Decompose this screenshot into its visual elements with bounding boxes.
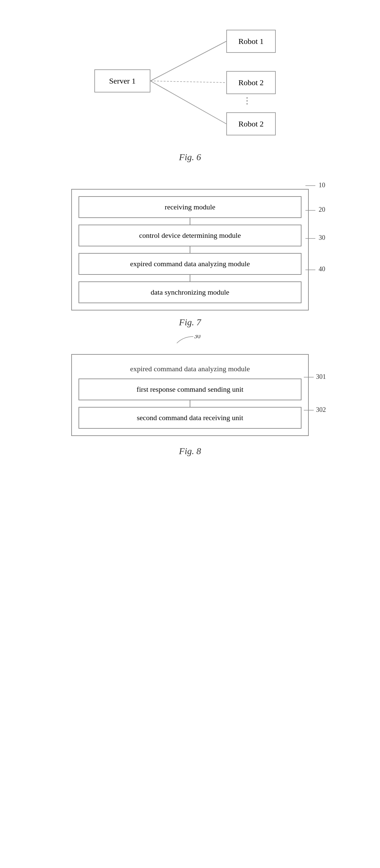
fig8-unit-0: first response command sending unit (78, 378, 302, 400)
svg-line-2 (150, 81, 226, 124)
robot2-box: Robot 2 (226, 71, 276, 94)
fig7-module-2: expired command data analyzing module (78, 253, 302, 275)
fig7-caption: Fig. 7 (179, 317, 201, 328)
fig8-title-text: expired command data analyzing module (78, 361, 302, 378)
fig7-module-3: data synchronizing module (78, 281, 302, 303)
svg-text:20: 20 (319, 206, 325, 213)
svg-text:30: 30 (194, 335, 201, 340)
fig8-bracket-svg: 301 302 (302, 367, 335, 440)
figure-7-section: receiving module control device determin… (41, 182, 339, 328)
fig6-diagram: Server 1 Robot 1 Robot 2 ⋮ Robot 2 (74, 20, 306, 145)
connector-2 (190, 275, 190, 281)
fig7-module-2-text: expired command data analyzing module (130, 259, 250, 268)
robot3-label: Robot 2 (239, 120, 264, 128)
fig7-module-0-text: receiving module (165, 203, 215, 211)
svg-line-1 (150, 81, 226, 83)
fig8-unit-1: second command data receiving unit (78, 407, 302, 429)
svg-text:40: 40 (319, 265, 325, 273)
robot1-label: Robot 1 (239, 37, 264, 46)
robot3-box: Robot 2 (226, 112, 276, 135)
fig7-module-1-text: control device determining module (139, 231, 241, 240)
figure-6-section: Server 1 Robot 1 Robot 2 ⋮ Robot 2 Fig. … (41, 13, 339, 162)
ellipsis: ⋮ (243, 96, 251, 106)
fig8-caption: Fig. 8 (179, 446, 201, 457)
fig8-outer-box: expired command data analyzing module fi… (71, 354, 309, 436)
server-label: Server 1 (109, 76, 136, 86)
connector-0 (190, 218, 190, 225)
fig7-bracket-svg: 10 20 30 40 (302, 182, 335, 301)
fig8-outer-label-svg: 30 (173, 335, 207, 345)
svg-text:10: 10 (319, 182, 325, 189)
connector-1 (190, 246, 190, 253)
fig8-unit-1-text: second command data receiving unit (137, 413, 243, 422)
svg-text:30: 30 (319, 234, 325, 241)
svg-text:301: 301 (316, 373, 326, 380)
fig7-wrapper: receiving module control device determin… (71, 182, 309, 310)
fig8-unit-0-text: first response command sending unit (137, 385, 243, 393)
server-box: Server 1 (94, 69, 150, 92)
connector-fig8-0 (190, 400, 190, 407)
fig7-outer-box: receiving module control device determin… (71, 189, 309, 310)
fig7-module-1: control device determining module (78, 225, 302, 246)
robot1-box: Robot 1 (226, 30, 276, 53)
fig8-wrapper: 30 expired command data analyzing module… (71, 347, 309, 436)
fig6-caption: Fig. 6 (179, 152, 201, 162)
fig7-module-3-text: data synchronizing module (151, 288, 229, 296)
fig8-title-label: expired command data analyzing module (130, 365, 250, 373)
fig7-module-0: receiving module (78, 196, 302, 218)
svg-text:302: 302 (316, 406, 326, 413)
figure-8-section: 30 expired command data analyzing module… (41, 347, 339, 457)
robot2-label: Robot 2 (239, 78, 264, 87)
svg-line-0 (150, 41, 226, 81)
